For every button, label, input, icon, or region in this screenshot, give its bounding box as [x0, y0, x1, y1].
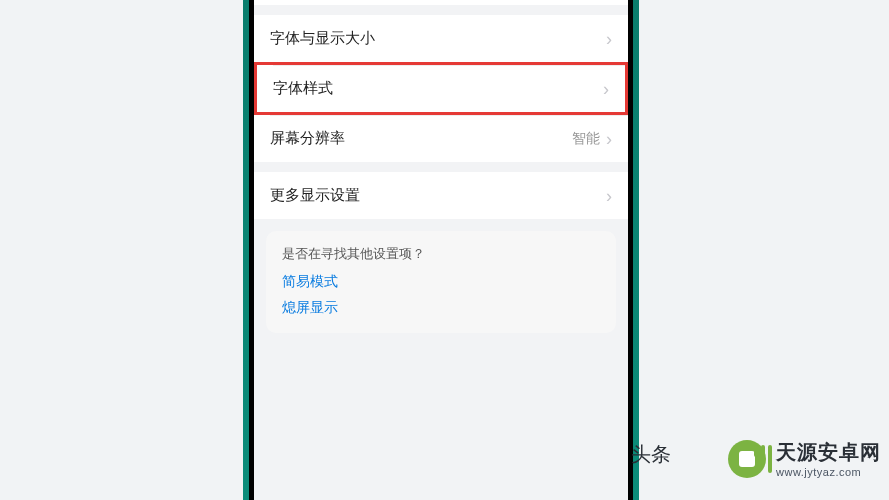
- watermark-logo-icon: [728, 440, 766, 478]
- row-right: 智能 ›: [572, 130, 612, 148]
- row-more-display[interactable]: 更多显示设置 ›: [254, 172, 628, 219]
- watermark-url: www.jytyaz.com: [776, 466, 881, 478]
- row-label: 字体样式: [273, 79, 333, 98]
- signal-bars-icon: [754, 445, 772, 473]
- phone-bezel: 护眼模式 › 深色模式 › 字体与显示大小 › 字体样式 ›: [249, 0, 633, 500]
- settings-section-display: 护眼模式 › 深色模式 ›: [254, 0, 628, 5]
- chevron-right-icon: ›: [606, 30, 612, 48]
- phone-screen: 护眼模式 › 深色模式 › 字体与显示大小 › 字体样式 ›: [254, 0, 628, 500]
- settings-section-more: 更多显示设置 ›: [254, 172, 628, 219]
- watermark: 天源安卓网 www.jytyaz.com: [728, 439, 881, 478]
- hint-card: 是否在寻找其他设置项？ 简易模式 熄屏显示: [266, 231, 616, 333]
- settings-section-font: 字体与显示大小 › 字体样式 › 屏幕分辨率 智能 ›: [254, 15, 628, 162]
- watermark-prefix: 头条: [631, 441, 671, 468]
- hint-title: 是否在寻找其他设置项？: [282, 245, 600, 263]
- row-dark-mode[interactable]: 深色模式 ›: [254, 0, 628, 5]
- row-font-display-size[interactable]: 字体与显示大小 ›: [254, 15, 628, 62]
- watermark-title: 天源安卓网: [776, 439, 881, 466]
- row-label: 更多显示设置: [270, 186, 360, 205]
- row-label: 字体与显示大小: [270, 29, 375, 48]
- row-font-style[interactable]: 字体样式 ›: [254, 62, 628, 115]
- chevron-right-icon: ›: [603, 80, 609, 98]
- settings-content: 护眼模式 › 深色模式 › 字体与显示大小 › 字体样式 ›: [254, 0, 628, 500]
- phone-frame: 护眼模式 › 深色模式 › 字体与显示大小 › 字体样式 ›: [243, 0, 639, 500]
- chevron-right-icon: ›: [606, 130, 612, 148]
- chevron-right-icon: ›: [606, 187, 612, 205]
- row-label: 屏幕分辨率: [270, 129, 345, 148]
- hint-link-simple-mode[interactable]: 简易模式: [282, 273, 600, 291]
- hint-link-aod[interactable]: 熄屏显示: [282, 299, 600, 317]
- row-screen-resolution[interactable]: 屏幕分辨率 智能 ›: [254, 115, 628, 162]
- watermark-text: 天源安卓网 www.jytyaz.com: [776, 439, 881, 478]
- row-value: 智能: [572, 130, 600, 148]
